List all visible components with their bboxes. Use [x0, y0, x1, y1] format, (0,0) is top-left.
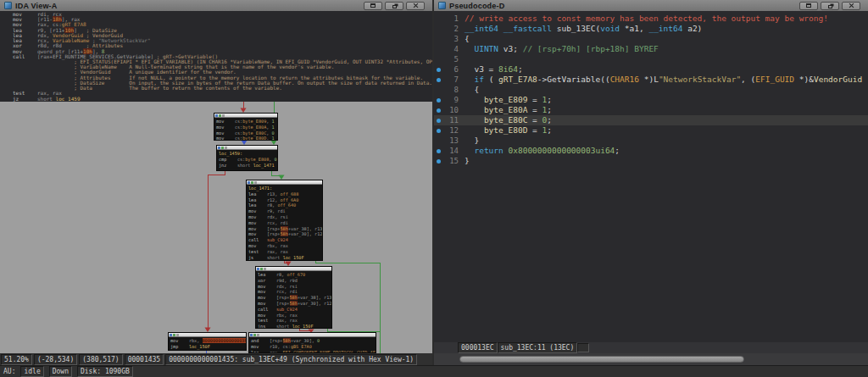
code-line[interactable]: 6 v3 = 8i64;: [434, 64, 868, 75]
asm-line[interactable]: js short loc_150F: [248, 255, 320, 261]
code-text: byte_E809 = 1;: [465, 95, 552, 105]
asm-line[interactable]: mov cs:byte_E80C, 0: [216, 130, 275, 136]
code-line[interactable]: 11 byte_E80C = 0;: [434, 115, 868, 125]
asm-line[interactable]: test rax, rax: [258, 318, 330, 324]
code-line[interactable]: 15}: [434, 156, 868, 166]
token: rdx, rsi: [276, 284, 298, 289]
basic-block-node[interactable]: loc_1459:cmp cs:byte_E808, 0jnz short lo…: [216, 145, 278, 171]
code-line[interactable]: 10 byte_E80A = 1;: [434, 105, 868, 115]
token: 8000000000000003h: [203, 338, 248, 343]
token: [rsp+: [270, 338, 283, 343]
code-line[interactable]: 14 return 0x8000000000000003ui64;: [434, 146, 868, 156]
token: rbx, rax: [267, 243, 288, 248]
float-button[interactable]: [821, 2, 839, 10]
code-line[interactable]: 12 byte_E80D = 1;: [434, 125, 868, 136]
address-dot: [437, 78, 443, 82]
asm-line[interactable]: mov [rsp+58h+var_30], r12: [248, 231, 320, 237]
code-line[interactable]: 1// write access to const memory has bee…: [434, 14, 868, 24]
code-line[interactable]: 9 byte_E809 = 1;: [434, 95, 868, 105]
basic-block-node[interactable]: loc_1471:lea r13, off_688lea r12, off_6A…: [246, 180, 323, 261]
asm-line[interactable]: mov r10, cs:gBS_E7A0: [251, 344, 374, 350]
ida-view-titlebar[interactable]: IDA View-A: [0, 0, 432, 11]
code-line[interactable]: 8 {: [434, 85, 868, 95]
maximize-button[interactable]: [799, 2, 818, 10]
pseudocode-titlebar[interactable]: Pseudocode-D: [434, 0, 868, 11]
asm-line[interactable]: lea r13, off_688: [248, 191, 320, 197]
line-number: 14: [443, 146, 459, 156]
code-line[interactable]: 13 }: [434, 136, 868, 146]
asm-line[interactable]: loc_1459:: [219, 151, 275, 157]
float-icon: [392, 5, 397, 8]
asm-line[interactable]: mov rbx, rax: [258, 313, 330, 319]
asm-line[interactable]: jmp loc_150F: [170, 344, 244, 350]
asm-line[interactable]: mov cs:byte_E80D, 1: [216, 136, 275, 141]
token: gRT_E7A8: [498, 75, 537, 84]
asm-line[interactable]: lea r8, off_640: [248, 202, 320, 208]
code-line[interactable]: 2__int64 __fastcall sub_13EC(void *a1, _…: [434, 24, 868, 34]
asm-line[interactable]: mov rbx, rax: [248, 243, 320, 249]
pseudocode-view[interactable]: 1// write access to const memory has bee…: [434, 11, 868, 342]
au-status: idle: [20, 366, 43, 377]
asm-line[interactable]: mov rbx, 8000000000000003h: [170, 338, 244, 344]
asm-line[interactable]: mov cs:byte_E809, 1: [216, 119, 275, 125]
asm-line[interactable]: cmp cs:byte_E808, 0: [219, 157, 275, 163]
token: mov: [258, 295, 276, 300]
asm-line[interactable]: lea r8, off_670: [258, 272, 330, 278]
asm-line[interactable]: mov rcx, rdi: [258, 289, 330, 295]
token: VendorGuid: [814, 75, 862, 84]
code-text: byte_E80C = 0;: [465, 115, 552, 125]
token: cmp: [219, 157, 237, 162]
graph-view[interactable]: mov rdi, rcxmov [r11-18h], raxmov rax, c…: [0, 11, 432, 353]
maximize-button[interactable]: [364, 2, 382, 10]
asm-line[interactable]: lea r12, off_6A0: [248, 197, 320, 203]
asm-line[interactable]: mov rdx, rsi: [248, 214, 320, 220]
token: 58h: [290, 301, 298, 306]
close-button[interactable]: [842, 2, 860, 10]
asm-line[interactable]: mov [rsp+58h+var_30], r12: [258, 301, 330, 307]
asm-line[interactable]: mov [rsp+58h+var_38], r13: [258, 295, 330, 301]
line-number: 7: [443, 75, 459, 85]
code-line[interactable]: 7 if ( gRT_E7A8->GetVariable((CHAR16 *)L…: [434, 75, 868, 85]
horizontal-scrollbar[interactable]: [434, 353, 868, 365]
token: call: [258, 307, 276, 312]
asm-line[interactable]: mov rcx, rdi: [248, 220, 320, 226]
scrollbar-thumb[interactable]: [459, 356, 744, 363]
basic-block-node[interactable]: mov cs:byte_E809, 1mov cs:byte_E80A, 1mo…: [214, 113, 278, 141]
token: xor: [258, 278, 276, 283]
asm-line[interactable]: loc_1471:: [248, 186, 320, 191]
token: +var_38], r13: [288, 226, 323, 231]
asm-line[interactable]: mov r9, rdi: [248, 208, 320, 214]
asm-line[interactable]: call sub_C924: [248, 237, 320, 243]
close-button[interactable]: [406, 2, 425, 10]
token: loc_150F: [283, 255, 304, 260]
token: mov: [216, 136, 235, 141]
token: v3;: [498, 44, 523, 53]
code-line[interactable]: 4 UINTN v3; // [rsp+70h] [rbp+18h] BYREF: [434, 44, 868, 54]
basic-block-node[interactable]: lea r8, off_670xor r9d, r9dmov rdx, rsim…: [255, 266, 332, 329]
asm-line[interactable]: mov rdx, rsi: [258, 284, 330, 290]
asm-line[interactable]: and [rsp+58h+var_30], 0: [251, 338, 374, 344]
token: =: [527, 105, 542, 114]
asm-line[interactable]: jns short loc_150F: [258, 324, 330, 329]
line-number: 5: [443, 54, 459, 64]
asm-line[interactable]: jnz short loc_1471: [219, 163, 275, 169]
node-icon: [257, 268, 259, 270]
token: =: [527, 95, 542, 104]
token: ;: [547, 95, 552, 104]
token: byte_E80D: [484, 125, 527, 135]
code-line[interactable]: 5: [434, 54, 868, 64]
asm-line[interactable]: xor r9d, r9d: [258, 278, 330, 284]
basic-block-node[interactable]: and [rsp+58h+var_30], 0mov r10, cs:gBS_E…: [248, 332, 376, 353]
token: // [rsp+70h] [rbp+18h] BYREF: [523, 44, 659, 53]
asm-line[interactable]: mov [rsp+58h+var_38], r13: [248, 226, 320, 232]
basic-block-node[interactable]: mov rbx, 8000000000000003hjmp loc_150F: [168, 332, 247, 351]
token: [465, 75, 474, 84]
code-line[interactable]: 3{: [434, 34, 868, 44]
asm-line[interactable]: mov cs:byte_E80A, 1: [216, 125, 275, 130]
code-text: if ( gRT_E7A8->GetVariable((CHAR16 *)L"N…: [465, 75, 862, 85]
float-button[interactable]: [385, 2, 403, 10]
token: byte_E80A: [242, 125, 266, 130]
asm-line[interactable]: call sub_C924: [258, 307, 330, 313]
asm-line[interactable]: test rax, rax: [248, 249, 320, 255]
token: }: [465, 156, 470, 165]
